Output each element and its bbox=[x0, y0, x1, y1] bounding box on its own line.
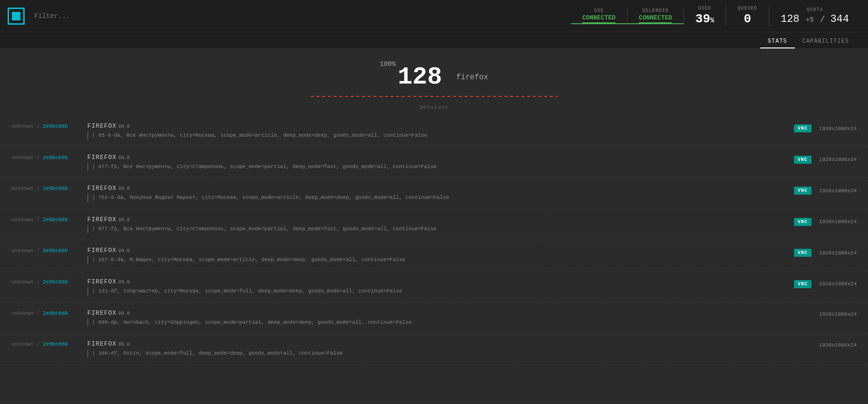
vnc-badge[interactable]: VNC bbox=[794, 187, 812, 195]
queued-value: 0 bbox=[744, 12, 751, 26]
session-params: | 977-fp, Все Инструменты, city=Ставропо… bbox=[87, 225, 784, 234]
table-row[interactable]: unknown / 2e5bc66b FIREFOX 89.0 | 752-6-… bbox=[0, 178, 868, 209]
session-browser-name: FIREFOX bbox=[87, 340, 117, 348]
session-browser-line: FIREFOX 89.0 bbox=[87, 216, 784, 223]
sse-stat: SSE CONNECTED bbox=[571, 8, 627, 24]
session-id: unknown / 2e5bc66b bbox=[11, 310, 78, 316]
session-resolution: 1920x1080x24 bbox=[819, 157, 857, 162]
session-params: | 899-dp, Hornbach, city=Göppingen, scop… bbox=[87, 319, 810, 327]
vnc-badge[interactable]: VNC bbox=[794, 280, 812, 288]
quota-plus: +5 bbox=[806, 16, 814, 24]
sse-label: SSE bbox=[594, 8, 604, 13]
session-resolution: 1920x1080x24 bbox=[819, 219, 857, 225]
session-params: | 752-6-da, Покупки Яндекс Маркет, city=… bbox=[87, 194, 784, 202]
session-params: | 65-6-da, Все Инструменты, city=Москва,… bbox=[87, 132, 784, 140]
session-resolution: 1920x1080x24 bbox=[819, 126, 857, 132]
session-browser-name: FIREFOX bbox=[87, 185, 117, 192]
vnc-badge[interactable]: VNC bbox=[794, 249, 812, 257]
session-params: | 107-6-da, М.Видео, city=Москва, scope_… bbox=[87, 256, 784, 264]
session-browser-line: FIREFOX 89.0 bbox=[87, 122, 784, 130]
tab-stats[interactable]: STATS bbox=[760, 35, 795, 48]
quota-value: 128 +5 / 344 bbox=[781, 13, 849, 25]
session-right: VNC 1920x1080x24 bbox=[794, 154, 857, 164]
session-browser-line: FIREFOX 89.0 bbox=[87, 310, 810, 317]
used-value: 39% bbox=[695, 12, 714, 26]
session-resolution: 1920x1080x24 bbox=[819, 188, 857, 194]
session-browser-name: FIREFOX bbox=[87, 247, 117, 254]
logo-inner bbox=[12, 12, 20, 20]
session-right: VNC 1920x1080x24 bbox=[794, 122, 857, 132]
session-right: 1920x1080x24 bbox=[819, 310, 857, 317]
chart-browser: firefox bbox=[457, 73, 488, 82]
session-browser-name: FIREFOX bbox=[87, 122, 117, 130]
filter-input[interactable] bbox=[34, 12, 177, 20]
table-row[interactable]: unknown / 2e5bc66b FIREFOX 89.0 | 977-fp… bbox=[0, 209, 868, 241]
session-details: FIREFOX 89.0 | 899-dp, Hornbach, city=Gö… bbox=[87, 310, 810, 327]
table-row[interactable]: unknown / 2e5bc66b FIREFOX 89.0 | 899-dp… bbox=[0, 303, 868, 334]
chart-percent: 100% bbox=[380, 60, 396, 68]
selenoid-value: CONNECTED bbox=[639, 14, 672, 23]
session-id: unknown / 2e5bc66b bbox=[11, 185, 78, 191]
session-browser-line: FIREFOX 89.0 bbox=[87, 185, 784, 192]
session-resolution: 1920x1080x24 bbox=[819, 342, 857, 348]
table-row[interactable]: unknown / 2e5bc66b FIREFOX 89.0 | 107-6-… bbox=[0, 240, 868, 272]
session-details: FIREFOX 89.0 | 166-df, Ostin, scope_mode… bbox=[87, 340, 810, 358]
table-row[interactable]: unknown / 2e5bc66b FIREFOX 89.0 | 166-df… bbox=[0, 334, 868, 365]
session-resolution: 1920x1080x24 bbox=[819, 311, 857, 317]
session-browser-version: 89.0 bbox=[119, 342, 130, 347]
tabs-bar: STATS CAPABILITIES bbox=[0, 32, 868, 49]
session-details: FIREFOX 89.0 | 65-6-da, Все Инструменты,… bbox=[87, 122, 784, 140]
session-right: 1920x1080x24 bbox=[819, 340, 857, 348]
session-browser-version: 89.0 bbox=[119, 124, 130, 129]
main-content: 100% 128 firefox Sessions unknown / 2e5b… bbox=[0, 49, 868, 365]
session-details: FIREFOX 89.0 | 752-6-da, Покупки Яндекс … bbox=[87, 185, 784, 202]
session-browser-version: 89.0 bbox=[119, 280, 130, 285]
table-row[interactable]: unknown / 2e5bc66b FIREFOX 89.0 | 131-df… bbox=[0, 272, 868, 303]
chart-line bbox=[311, 96, 558, 97]
session-browser-name: FIREFOX bbox=[87, 154, 117, 161]
queued-stat: QUEUED 0 bbox=[726, 6, 769, 26]
session-id: unknown / 2e5bc66b bbox=[11, 216, 78, 223]
session-right: VNC 1920x1080x24 bbox=[794, 278, 857, 288]
stats-bar: SSE CONNECTED SELENOID CONNECTED USED 39… bbox=[571, 6, 860, 26]
session-id: unknown / 2e5bc66b bbox=[11, 278, 78, 285]
selenoid-label: SELENOID bbox=[642, 8, 669, 13]
session-details: FIREFOX 89.0 | 977-fp, Все Инструменты, … bbox=[87, 154, 784, 171]
vnc-badge[interactable]: VNC bbox=[794, 156, 812, 164]
used-stat: USED 39% bbox=[684, 6, 726, 26]
quota-label: QUOTA bbox=[806, 7, 823, 12]
session-browser-line: FIREFOX 89.0 bbox=[87, 247, 784, 254]
session-browser-name: FIREFOX bbox=[87, 216, 117, 223]
session-id: unknown / 2e5bc66b bbox=[11, 247, 78, 254]
session-browser-name: FIREFOX bbox=[87, 278, 117, 285]
session-id: unknown / 2e5bc66b bbox=[11, 340, 78, 347]
logo[interactable] bbox=[8, 8, 25, 25]
session-params: | 166-df, Ostin, scope_mode=full, deep_m… bbox=[87, 349, 810, 358]
table-row[interactable]: unknown / 2e5bc66b FIREFOX 89.0 | 65-6-d… bbox=[0, 116, 868, 147]
session-browser-version: 89.0 bbox=[119, 248, 130, 254]
queued-label: QUEUED bbox=[737, 6, 757, 11]
vnc-badge[interactable]: VNC bbox=[794, 124, 812, 132]
session-details: FIREFOX 89.0 | 977-fp, Все Инструменты, … bbox=[87, 216, 784, 234]
vnc-badge[interactable]: VNC bbox=[794, 218, 812, 226]
session-browser-line: FIREFOX 89.0 bbox=[87, 278, 784, 285]
selenoid-stat: SELENOID CONNECTED bbox=[627, 8, 684, 24]
session-params: | 977-fp, Все Инструменты, city=Ставропо… bbox=[87, 163, 784, 171]
session-browser-version: 89.0 bbox=[119, 155, 130, 160]
session-resolution: 1920x1080x24 bbox=[819, 250, 857, 256]
session-id: unknown / 2e5bc66b bbox=[11, 154, 78, 160]
sessions-section: Sessions unknown / 2e5bc66b FIREFOX 89.0… bbox=[0, 101, 868, 365]
session-browser-version: 89.0 bbox=[119, 186, 130, 191]
session-details: FIREFOX 89.0 | 107-6-da, М.Видео, city=М… bbox=[87, 247, 784, 264]
table-row[interactable]: unknown / 2e5bc66b FIREFOX 89.0 | 977-fp… bbox=[0, 147, 868, 179]
session-id: unknown / 2e5bc66b bbox=[11, 122, 78, 129]
session-details: FIREFOX 89.0 | 131-df, Спортмастер, city… bbox=[87, 278, 784, 296]
session-browser-line: FIREFOX 89.0 bbox=[87, 340, 810, 348]
quota-stat: QUOTA 128 +5 / 344 bbox=[769, 7, 860, 25]
topbar: SSE CONNECTED SELENOID CONNECTED USED 39… bbox=[0, 0, 868, 32]
session-resolution: 1920x1080x24 bbox=[819, 281, 857, 287]
tab-capabilities[interactable]: CAPABILITIES bbox=[795, 35, 857, 48]
sessions-container: unknown / 2e5bc66b FIREFOX 89.0 | 65-6-d… bbox=[0, 116, 868, 365]
chart-area: 100% 128 firefox bbox=[0, 58, 868, 101]
used-label: USED bbox=[698, 6, 711, 11]
